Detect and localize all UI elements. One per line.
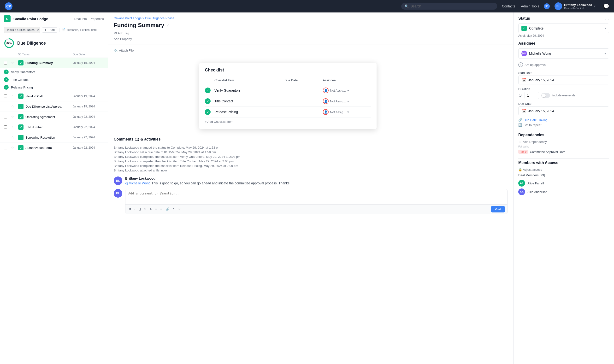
- comments-title: Comments (1) & activities: [114, 137, 508, 142]
- task-date: January 22, 2024: [73, 125, 104, 129]
- admin-tools-link[interactable]: Admin Tools: [521, 3, 539, 9]
- status-dropdown[interactable]: ✓ Complete ▾: [518, 24, 609, 33]
- task-check-icon: ✓: [18, 104, 24, 109]
- status-as-of: As of: May 29, 2024: [518, 34, 609, 38]
- deal-icon: C: [4, 15, 11, 22]
- task-checkbox[interactable]: [4, 125, 7, 129]
- task-checkbox[interactable]: [4, 94, 7, 98]
- right-panel: ⋯ Status ✓ Complete ▾ As of: May 29, 202…: [513, 13, 614, 364]
- contacts-link[interactable]: Contacts: [502, 3, 515, 9]
- duration-label: Duration: [518, 87, 609, 91]
- members-with-access-title: Members with Access: [518, 161, 609, 165]
- star-icon[interactable]: ☆: [11, 115, 18, 119]
- quote-button[interactable]: ": [172, 207, 175, 211]
- comment-textarea[interactable]: [125, 189, 507, 204]
- setup-approval-button[interactable]: ○ Set up approval: [518, 62, 609, 67]
- add-property-button[interactable]: Add Property: [114, 37, 132, 41]
- star-icon[interactable]: ☆: [11, 135, 18, 139]
- deal-members-header: Deal Members (23): [518, 173, 609, 177]
- checklist-row[interactable]: ✓ Release Pricing 👤 Not Assig... ▾: [205, 107, 371, 117]
- breadcrumb-deal[interactable]: Cavallo Point Lodge: [114, 16, 142, 20]
- task-checkbox[interactable]: [4, 136, 7, 139]
- assignee-cell[interactable]: 👤 Not Assig... ▾: [323, 109, 371, 115]
- bold-button[interactable]: B: [128, 207, 132, 211]
- attach-file-button[interactable]: 📎 Attach File: [108, 47, 513, 54]
- link-button[interactable]: 🔗: [165, 207, 170, 211]
- task-row[interactable]: ☆ ✓ EIN Number January 22, 2024: [0, 122, 108, 132]
- duration-input[interactable]: [524, 92, 539, 99]
- tab-deal-info[interactable]: Deal Info: [74, 16, 87, 22]
- activity-item: Brittany Lockwood set a due date of 01/1…: [114, 150, 508, 155]
- unordered-list-button[interactable]: ≡: [159, 207, 163, 211]
- search-input[interactable]: [411, 4, 494, 8]
- tag-row: 🏷 Add Tag: [108, 30, 513, 36]
- task-checkbox[interactable]: [4, 146, 7, 149]
- add-dependency-button[interactable]: ↔ Add Dependency: [518, 140, 609, 144]
- task-checkbox[interactable]: [4, 61, 7, 65]
- favorite-button[interactable]: ☆: [166, 23, 170, 28]
- task-row[interactable]: ☆ ✓ Funding Summary January 15, 2024: [0, 58, 108, 68]
- message-icon[interactable]: 💬: [603, 3, 609, 9]
- task-row[interactable]: ☆ ✓ Borrowing Resolution January 22, 202…: [0, 132, 108, 143]
- start-date-label: Start Date: [518, 71, 609, 75]
- member-name: Alice Farrell: [527, 182, 544, 185]
- sub-task-name: Release Pricing: [11, 86, 33, 89]
- task-row[interactable]: ☆ ✓ Due Diligence List Approv... January…: [0, 102, 108, 112]
- set-to-repeat-button[interactable]: 🔄 Set to repeat: [518, 123, 609, 127]
- color-button[interactable]: A: [149, 207, 153, 211]
- member-avatar: AF: [518, 180, 525, 187]
- underline-button[interactable]: U: [138, 207, 142, 211]
- chevron-down-icon[interactable]: ▾: [594, 5, 596, 8]
- sub-task-name: Verify Guarantors: [11, 70, 35, 74]
- italic-button[interactable]: I: [133, 207, 136, 211]
- checklist-row[interactable]: ✓ Verify Guarantors 👤 Not Assig... ▾: [205, 85, 371, 96]
- more-options-icon[interactable]: ⋯: [605, 16, 609, 22]
- tasks-dropdown[interactable]: Tasks & Critical Dates: [4, 27, 40, 33]
- star-icon[interactable]: ☆: [11, 125, 18, 129]
- task-row[interactable]: ☆ ✓ Handoff Call January 19, 2024: [0, 91, 108, 102]
- due-date-input[interactable]: 📅 January 15, 2024: [518, 106, 609, 115]
- add-tag-button[interactable]: 🏷 Add Tag: [114, 31, 129, 35]
- star-icon[interactable]: ☆: [11, 61, 18, 65]
- assignee-dropdown[interactable]: MW Michelle Wong ▾: [518, 48, 609, 59]
- status-section: Status ✓ Complete ▾ As of: May 29, 2024: [518, 16, 609, 38]
- task-checkbox[interactable]: [4, 105, 7, 108]
- task-row[interactable]: ☆ ✓ Operating Agreement January 22, 2024: [0, 112, 108, 122]
- checklist-row[interactable]: ✓ Title Contact 👤 Not Assig... ▾: [205, 96, 371, 107]
- assignee-cell[interactable]: 👤 Not Assig... ▾: [323, 88, 371, 93]
- notification-badge[interactable]: 36: [544, 3, 550, 9]
- add-checklist-button[interactable]: + Add Checklist Item: [205, 117, 371, 124]
- divider: [518, 158, 609, 159]
- comments-section: Comments (1) & activities Brittany Lockw…: [108, 133, 513, 218]
- star-icon[interactable]: ☆: [11, 104, 18, 108]
- plus-icon: +: [45, 28, 46, 32]
- checklist-table-header: Checklist Item Due Date Assignee: [205, 77, 371, 84]
- weekends-toggle[interactable]: [541, 93, 550, 98]
- task-date: January 22, 2024: [73, 136, 104, 139]
- assignee-name: Michelle Wong: [529, 52, 602, 55]
- nav-links: Contacts Admin Tools: [502, 3, 539, 9]
- adjust-access-button[interactable]: 🔒 Adjust access: [518, 168, 609, 171]
- strikethrough-button[interactable]: S: [143, 207, 147, 211]
- task-row[interactable]: ☆ ✓ Authorization Form January 22, 2024: [0, 143, 108, 153]
- clear-format-button[interactable]: Tx: [176, 207, 182, 211]
- due-date-linking-button[interactable]: 🔗 Due Date Linking: [518, 118, 609, 122]
- duration-row: ⏱ include weekends: [518, 92, 609, 99]
- assignee-cell[interactable]: 👤 Not Assig... ▾: [323, 98, 371, 104]
- tab-properties[interactable]: Properties: [90, 16, 104, 22]
- sub-task-row[interactable]: ✓ Title Contact: [0, 76, 108, 83]
- user-info: BL Brittany Lockwood Dealpath Capital ▾: [555, 2, 596, 10]
- star-icon[interactable]: ☆: [11, 146, 18, 150]
- star-icon[interactable]: ☆: [11, 94, 18, 98]
- ordered-list-button[interactable]: ≡: [154, 207, 158, 211]
- sub-task-row[interactable]: ✓ Release Pricing: [0, 83, 108, 91]
- post-button[interactable]: Post: [491, 206, 505, 212]
- comment-body: This is good to go, so you can go ahead …: [151, 181, 290, 185]
- start-date-input[interactable]: 📅 January 15, 2024: [518, 76, 609, 84]
- user-details: Brittany Lockwood Dealpath Capital: [564, 3, 592, 10]
- not-assigned-icon: 👤: [323, 98, 328, 104]
- sub-task-row[interactable]: ✓ Verify Guarantors: [0, 68, 108, 76]
- search-bar[interactable]: 🔍: [401, 3, 497, 10]
- add-button[interactable]: + + Add: [42, 27, 57, 33]
- task-checkbox[interactable]: [4, 115, 7, 118]
